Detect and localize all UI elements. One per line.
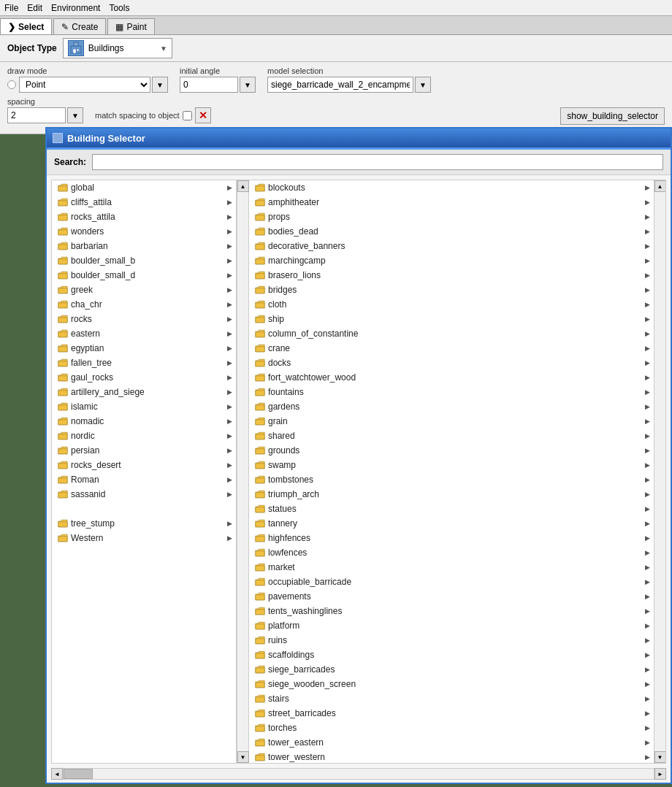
left-folder-item[interactable] (52, 502, 236, 516)
left-folder-item[interactable]: rocks_attila ▶ (52, 210, 236, 224)
left-folder-item[interactable]: gaul_rocks ▶ (52, 370, 236, 385)
right-folder-item[interactable]: docks ▶ (249, 356, 654, 370)
right-folder-item[interactable]: swamp ▶ (249, 458, 654, 472)
tab-paint[interactable]: ▦ Paint (107, 18, 154, 34)
bs-left-scroll-up[interactable]: ▲ (237, 180, 249, 192)
folder-expand-arrow: ▶ (644, 228, 651, 235)
right-folder-item[interactable]: platform ▶ (249, 618, 654, 633)
tab-select[interactable]: ❯ Select (0, 18, 52, 34)
draw-mode-select[interactable]: Point Line Area (19, 77, 150, 93)
folder-name: rocks_desert (71, 460, 223, 470)
right-folder-item[interactable]: siege_barricades ▶ (249, 662, 654, 677)
left-folder-item[interactable]: global ▶ (52, 180, 236, 195)
right-folder-item[interactable]: column_of_constantine ▶ (249, 326, 654, 341)
left-folder-item[interactable]: greek ▶ (52, 283, 236, 297)
left-folder-item[interactable]: rocks ▶ (52, 312, 236, 326)
menu-file[interactable]: File (4, 3, 18, 13)
right-folder-item[interactable]: tombstones ▶ (249, 472, 654, 487)
right-folder-item[interactable]: crane ▶ (249, 341, 654, 356)
left-folder-item[interactable]: fallen_tree ▶ (52, 356, 236, 370)
bs-right-scroll-down[interactable]: ▼ (654, 751, 666, 763)
left-folder-item[interactable]: barbarian ▶ (52, 239, 236, 253)
right-folder-item[interactable]: lowfences ▶ (249, 545, 654, 560)
right-folder-item[interactable]: bodies_dead ▶ (249, 224, 654, 239)
match-spacing-clear-btn[interactable]: ✕ (195, 107, 211, 123)
left-folder-item[interactable]: wonders ▶ (52, 224, 236, 239)
right-folder-item[interactable]: blockouts ▶ (249, 180, 654, 195)
object-type-box[interactable]: Buildings ▼ (63, 38, 172, 58)
bs-hscroll-left[interactable]: ◄ (51, 768, 63, 780)
right-folder-item[interactable]: gardens ▶ (249, 399, 654, 414)
folder-icon (255, 753, 265, 761)
right-folder-item[interactable]: tents_washinglines ▶ (249, 604, 654, 618)
bs-search-input[interactable] (92, 154, 663, 170)
left-folder-item[interactable]: nomadic ▶ (52, 414, 236, 429)
right-folder-item[interactable]: market ▶ (249, 560, 654, 575)
initial-angle-input[interactable] (180, 77, 238, 93)
right-folder-item[interactable]: street_barricades ▶ (249, 706, 654, 721)
left-folder-item[interactable]: boulder_small_b ▶ (52, 253, 236, 268)
bs-hscroll-right[interactable]: ► (654, 768, 666, 780)
right-folder-item[interactable]: stairs ▶ (249, 691, 654, 706)
right-folder-item[interactable]: amphitheater ▶ (249, 195, 654, 210)
right-folder-item[interactable]: decorative_banners ▶ (249, 239, 654, 253)
right-folder-item[interactable]: bridges ▶ (249, 283, 654, 297)
right-folder-item[interactable]: fountains ▶ (249, 385, 654, 399)
spacing-input[interactable] (7, 107, 66, 123)
right-folder-item[interactable]: ship ▶ (249, 312, 654, 326)
bs-right-scroll-up[interactable]: ▲ (654, 180, 666, 192)
right-folder-item[interactable]: grounds ▶ (249, 443, 654, 458)
right-folder-item[interactable]: tower_western ▶ (249, 750, 654, 763)
tab-create[interactable]: ✎ Create (53, 18, 106, 34)
left-folder-item[interactable]: persian ▶ (52, 443, 236, 458)
right-folder-item[interactable]: occupiable_barricade ▶ (249, 575, 654, 589)
left-folder-item[interactable]: cha_chr ▶ (52, 297, 236, 312)
bs-hscroll-thumb[interactable] (64, 769, 93, 779)
left-folder-item[interactable]: tree_stump ▶ (52, 516, 236, 531)
right-folder-item[interactable]: triumph_arch ▶ (249, 487, 654, 502)
right-folder-item[interactable]: pavements ▶ (249, 589, 654, 604)
right-folder-item[interactable]: statues ▶ (249, 502, 654, 516)
object-type-dropdown-arrow[interactable]: ▼ (160, 45, 167, 53)
left-folder-item[interactable]: egyptian ▶ (52, 341, 236, 356)
right-folder-item[interactable]: grain ▶ (249, 414, 654, 429)
folder-icon (255, 402, 265, 411)
model-selection-dropdown-btn[interactable]: ▼ (415, 77, 431, 93)
left-folder-item[interactable]: artillery_and_siege ▶ (52, 385, 236, 399)
right-folder-item[interactable]: props ▶ (249, 210, 654, 224)
right-folder-item[interactable]: fort_watchtower_wood ▶ (249, 370, 654, 385)
bs-left-scroll-down[interactable]: ▼ (237, 751, 249, 763)
left-folder-item[interactable]: boulder_small_d ▶ (52, 268, 236, 283)
right-folder-item[interactable]: cloth ▶ (249, 297, 654, 312)
menu-edit[interactable]: Edit (27, 3, 42, 13)
left-folder-item[interactable]: eastern ▶ (52, 326, 236, 341)
right-folder-item[interactable]: scaffoldings ▶ (249, 648, 654, 662)
right-folder-item[interactable]: siege_wooden_screen ▶ (249, 677, 654, 691)
spacing-dropdown-btn[interactable]: ▼ (67, 107, 83, 123)
right-folder-item[interactable]: ruins ▶ (249, 633, 654, 648)
right-folder-item[interactable]: marchingcamp ▶ (249, 253, 654, 268)
initial-angle-dropdown-btn[interactable]: ▼ (240, 77, 256, 93)
draw-mode-radio[interactable] (7, 80, 16, 89)
show-building-selector-btn[interactable]: show_building_selector (560, 107, 665, 125)
right-folder-item[interactable]: torches ▶ (249, 721, 654, 735)
left-folder-item[interactable]: rocks_desert ▶ (52, 458, 236, 472)
model-selection-input[interactable] (267, 77, 413, 93)
match-spacing-checkbox[interactable] (183, 111, 192, 120)
right-folder-item[interactable]: tower_eastern ▶ (249, 735, 654, 750)
right-folder-item[interactable]: brasero_lions ▶ (249, 268, 654, 283)
create-icon: ✎ (61, 22, 69, 32)
menu-environment[interactable]: Environment (51, 3, 100, 13)
right-folder-item[interactable]: tannery ▶ (249, 516, 654, 531)
right-folder-item[interactable]: highfences ▶ (249, 531, 654, 545)
left-folder-item[interactable]: islamic ▶ (52, 399, 236, 414)
right-folder-item[interactable]: shared ▶ (249, 429, 654, 443)
draw-mode-dropdown-btn[interactable]: ▼ (152, 77, 168, 93)
left-folder-item[interactable]: Western ▶ (52, 531, 236, 545)
left-folder-item[interactable]: nordic ▶ (52, 429, 236, 443)
left-folder-item[interactable]: sassanid ▶ (52, 487, 236, 502)
bs-search-label: Search: (54, 157, 86, 167)
left-folder-item[interactable]: cliffs_attila ▶ (52, 195, 236, 210)
left-folder-item[interactable]: Roman ▶ (52, 472, 236, 487)
menu-tools[interactable]: Tools (109, 3, 129, 13)
